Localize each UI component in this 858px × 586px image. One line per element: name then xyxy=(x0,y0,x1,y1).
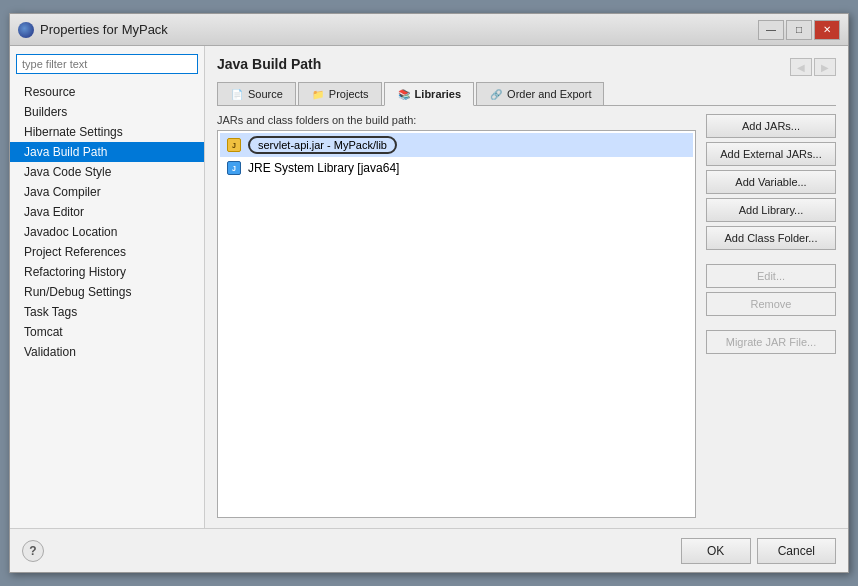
add-class-folder-button[interactable]: Add Class Folder... xyxy=(706,226,836,250)
panel-nav: ◀ ▶ xyxy=(790,58,836,76)
migrate-jar-button[interactable]: Migrate JAR File... xyxy=(706,330,836,354)
sidebar-item-project-references[interactable]: Project References xyxy=(10,242,204,262)
edit-button[interactable]: Edit... xyxy=(706,264,836,288)
tab-source-label: Source xyxy=(248,88,283,100)
minimize-button[interactable]: — xyxy=(758,20,784,40)
properties-window: Properties for MyPack — □ ✕ Resource Bui… xyxy=(9,13,849,573)
tab-libraries[interactable]: 📚 Libraries xyxy=(384,82,474,106)
tab-source[interactable]: 📄 Source xyxy=(217,82,296,105)
list-label: JARs and class folders on the build path… xyxy=(217,114,696,126)
jre-library-icon: J xyxy=(226,160,242,176)
remove-button[interactable]: Remove xyxy=(706,292,836,316)
sidebar-item-java-build-path[interactable]: Java Build Path xyxy=(10,142,204,162)
sidebar-item-hibernate[interactable]: Hibernate Settings xyxy=(10,122,204,142)
list-section: JARs and class folders on the build path… xyxy=(217,114,696,518)
projects-icon: 📁 xyxy=(311,87,325,101)
source-icon: 📄 xyxy=(230,87,244,101)
sidebar-item-java-compiler[interactable]: Java Compiler xyxy=(10,182,204,202)
sidebar-item-javadoc-location[interactable]: Javadoc Location xyxy=(10,222,204,242)
list-item-servlet-label: servlet-api.jar - MyPack/lib xyxy=(248,136,397,154)
title-bar: Properties for MyPack — □ ✕ xyxy=(10,14,848,46)
tab-order-export[interactable]: 🔗 Order and Export xyxy=(476,82,604,105)
tab-order-export-label: Order and Export xyxy=(507,88,591,100)
list-item-jre[interactable]: J JRE System Library [java64] xyxy=(220,157,693,179)
add-jars-button[interactable]: Add JARs... xyxy=(706,114,836,138)
title-bar-left: Properties for MyPack xyxy=(18,22,168,38)
ok-button[interactable]: OK xyxy=(681,538,751,564)
jar-file-icon: J xyxy=(226,137,242,153)
footer-left: ? xyxy=(22,540,44,562)
list-box[interactable]: J servlet-api.jar - MyPack/lib J JRE Sys… xyxy=(217,130,696,518)
footer: ? OK Cancel xyxy=(10,528,848,572)
tab-libraries-label: Libraries xyxy=(415,88,461,100)
window-title: Properties for MyPack xyxy=(40,22,168,37)
window-controls: — □ ✕ xyxy=(758,20,840,40)
maximize-button[interactable]: □ xyxy=(786,20,812,40)
add-variable-button[interactable]: Add Variable... xyxy=(706,170,836,194)
filter-input[interactable] xyxy=(16,54,198,74)
sidebar-item-builders[interactable]: Builders xyxy=(10,102,204,122)
add-external-jars-button[interactable]: Add External JARs... xyxy=(706,142,836,166)
content-area: Resource Builders Hibernate Settings Jav… xyxy=(10,46,848,528)
sidebar-item-java-code-style[interactable]: Java Code Style xyxy=(10,162,204,182)
footer-right: OK Cancel xyxy=(681,538,836,564)
nav-forward-button[interactable]: ▶ xyxy=(814,58,836,76)
nav-back-button[interactable]: ◀ xyxy=(790,58,812,76)
tabs: 📄 Source 📁 Projects 📚 Libraries 🔗 Order … xyxy=(217,82,836,106)
sidebar-item-refactoring-history[interactable]: Refactoring History xyxy=(10,262,204,282)
build-content: JARs and class folders on the build path… xyxy=(217,114,836,518)
close-button[interactable]: ✕ xyxy=(814,20,840,40)
sidebar-item-task-tags[interactable]: Task Tags xyxy=(10,302,204,322)
sidebar-item-run-debug-settings[interactable]: Run/Debug Settings xyxy=(10,282,204,302)
tab-projects-label: Projects xyxy=(329,88,369,100)
list-item-jre-label: JRE System Library [java64] xyxy=(248,161,399,175)
libraries-icon: 📚 xyxy=(397,87,411,101)
main-panel: Java Build Path ◀ ▶ 📄 Source 📁 Projects … xyxy=(205,46,848,528)
cancel-button[interactable]: Cancel xyxy=(757,538,836,564)
buttons-section: Add JARs... Add External JARs... Add Var… xyxy=(706,114,836,518)
help-button[interactable]: ? xyxy=(22,540,44,562)
list-item-servlet[interactable]: J servlet-api.jar - MyPack/lib xyxy=(220,133,693,157)
sidebar-item-java-editor[interactable]: Java Editor xyxy=(10,202,204,222)
tab-projects[interactable]: 📁 Projects xyxy=(298,82,382,105)
sidebar-item-validation[interactable]: Validation xyxy=(10,342,204,362)
eclipse-icon xyxy=(18,22,34,38)
sidebar-item-resource[interactable]: Resource xyxy=(10,82,204,102)
sidebar-item-tomcat[interactable]: Tomcat xyxy=(10,322,204,342)
order-icon: 🔗 xyxy=(489,87,503,101)
sidebar: Resource Builders Hibernate Settings Jav… xyxy=(10,46,205,528)
panel-title: Java Build Path xyxy=(217,56,321,72)
add-library-button[interactable]: Add Library... xyxy=(706,198,836,222)
